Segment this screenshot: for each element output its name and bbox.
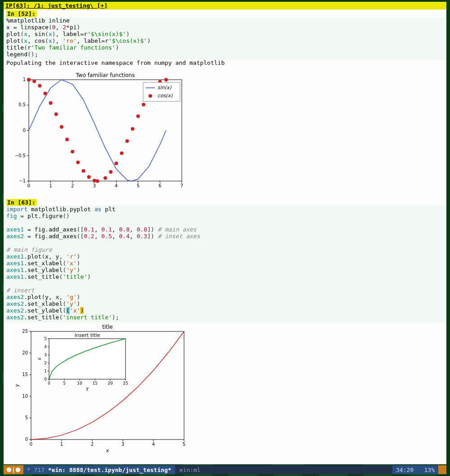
- paren-highlight: (: [66, 307, 70, 314]
- svg-point-39: [87, 175, 91, 179]
- svg-text:15: 15: [92, 381, 97, 385]
- chart-title-with-inset: 0123450510152025titlexy0510152025012345i…: [6, 323, 195, 454]
- svg-text:25: 25: [22, 329, 28, 334]
- svg-text:0: 0: [25, 437, 28, 442]
- svg-point-49: [142, 103, 145, 106]
- cursor: ): [80, 307, 84, 314]
- svg-point-43: [109, 170, 112, 174]
- svg-text:insert title: insert title: [75, 332, 100, 338]
- svg-text:0: 0: [48, 381, 50, 385]
- svg-text:15: 15: [22, 372, 28, 377]
- svg-text:10: 10: [22, 394, 28, 399]
- svg-text:title: title: [102, 324, 112, 330]
- svg-text:5: 5: [137, 183, 140, 188]
- svg-point-37: [76, 160, 80, 164]
- modeline: ❷|❶ * 717 *ein: 8888/test.ipynb/just_tes…: [4, 465, 446, 474]
- svg-text:1: 1: [44, 369, 47, 373]
- modeline-position: 34:20 13%: [392, 465, 438, 474]
- svg-point-47: [131, 127, 135, 131]
- svg-point-44: [114, 162, 118, 165]
- svg-text:7: 7: [180, 183, 183, 188]
- svg-point-28: [27, 78, 31, 82]
- cell-1-header: In [52]:: [4, 9, 446, 17]
- svg-point-38: [81, 169, 85, 173]
- svg-text:3: 3: [122, 442, 124, 447]
- cell-2-code[interactable]: import matplotlib.pyplot as plt fig = pl…: [4, 206, 446, 322]
- svg-text:−0.5: −0.5: [15, 153, 26, 158]
- svg-text:−1: −1: [19, 178, 26, 183]
- modeline-buffer-info: * 717 *ein: 8888/test.ipynb/just_testing…: [23, 465, 175, 474]
- svg-text:4: 4: [44, 345, 47, 349]
- svg-text:4: 4: [115, 183, 117, 188]
- svg-text:0.5: 0.5: [18, 102, 26, 107]
- svg-text:5: 5: [44, 336, 47, 341]
- svg-point-57: [148, 94, 152, 98]
- cell-2-chart: 0123450510152025titlexy0510152025012345i…: [4, 322, 446, 460]
- modeline-left-icon: ❷|❶: [4, 465, 23, 474]
- svg-text:x: x: [37, 358, 42, 360]
- chart-two-familiar-functions: 01234567−1−0.500.51Two familiar function…: [6, 71, 186, 192]
- svg-text:cos(x): cos(x): [158, 93, 173, 99]
- svg-text:Two familiar functions: Two familiar functions: [76, 72, 135, 78]
- svg-text:25: 25: [123, 381, 128, 385]
- cell-1-output-text: Populating the interactive namespace fro…: [4, 59, 446, 66]
- svg-text:2: 2: [44, 361, 47, 365]
- svg-point-34: [60, 125, 63, 129]
- svg-text:5: 5: [63, 381, 66, 385]
- svg-point-42: [104, 176, 107, 180]
- svg-text:0: 0: [30, 442, 32, 447]
- svg-point-45: [120, 151, 123, 155]
- svg-text:1: 1: [49, 183, 52, 188]
- svg-point-48: [136, 114, 140, 118]
- title-bar: IP[63]: /1: just_testing\ [+]: [4, 2, 446, 9]
- svg-point-33: [54, 113, 58, 116]
- svg-text:1: 1: [60, 442, 63, 447]
- svg-point-32: [49, 101, 53, 105]
- cell-2-prompt: In [63]:: [6, 199, 36, 206]
- svg-text:0: 0: [44, 377, 47, 381]
- svg-text:5: 5: [25, 415, 28, 420]
- svg-point-40: [93, 179, 96, 182]
- cell-1-prompt: In [52]:: [6, 10, 36, 17]
- svg-point-31: [43, 91, 47, 95]
- cell-1-code[interactable]: %matplotlib inline x = linspace(0, 2*pi)…: [4, 17, 446, 59]
- svg-text:1: 1: [23, 77, 26, 82]
- svg-text:20: 20: [108, 381, 113, 385]
- modeline-right-cap: [438, 465, 446, 474]
- svg-text:5: 5: [183, 442, 185, 447]
- svg-point-30: [38, 84, 41, 88]
- svg-point-46: [126, 139, 129, 143]
- svg-point-35: [65, 138, 69, 141]
- svg-text:6: 6: [158, 183, 161, 188]
- svg-text:x: x: [106, 448, 109, 453]
- svg-text:0: 0: [27, 183, 30, 188]
- svg-text:y: y: [14, 384, 20, 387]
- svg-text:10: 10: [77, 381, 82, 385]
- svg-text:3: 3: [44, 353, 47, 357]
- svg-point-41: [96, 179, 99, 183]
- svg-text:4: 4: [152, 442, 155, 447]
- svg-text:2: 2: [91, 442, 94, 447]
- editor-window: IP[63]: /1: just_testing\ [+] In [52]: %…: [4, 2, 446, 464]
- cell-2-header: In [63]:: [4, 198, 446, 206]
- svg-text:0: 0: [23, 128, 26, 133]
- svg-point-29: [32, 79, 36, 83]
- svg-text:sin(x): sin(x): [158, 85, 172, 91]
- modeline-mode: ein:ml: [175, 465, 392, 474]
- svg-text:2: 2: [71, 183, 74, 188]
- svg-point-53: [164, 78, 168, 82]
- svg-text:20: 20: [22, 350, 28, 355]
- cell-1-chart: 01234567−1−0.500.51Two familiar function…: [4, 66, 446, 198]
- svg-rect-87: [49, 339, 126, 379]
- svg-text:y: y: [86, 386, 89, 391]
- svg-point-36: [71, 150, 74, 154]
- svg-text:3: 3: [93, 183, 96, 188]
